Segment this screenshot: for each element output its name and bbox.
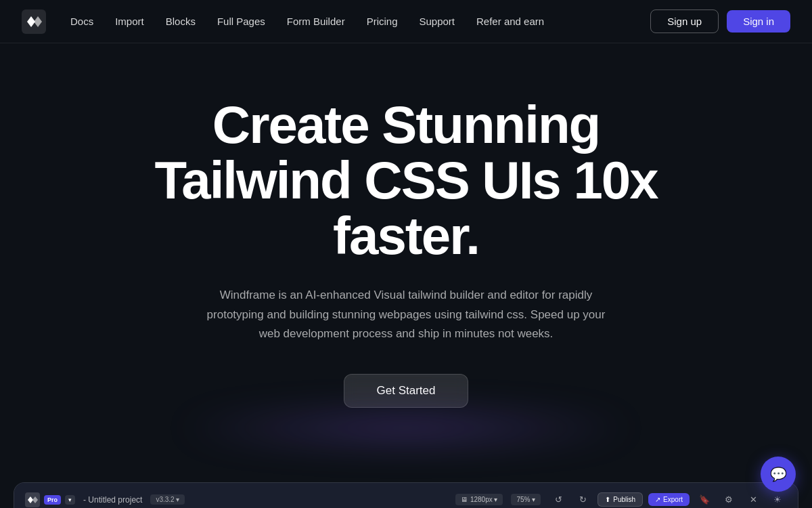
chat-button[interactable]: 💬 [761,457,796,492]
export-button[interactable]: ↗ Export [648,493,690,506]
viewport-selector[interactable]: 🖥 1280px ▾ [455,494,503,505]
app-version[interactable]: v3.3.2 ▾ [150,494,185,505]
nav-item-docs[interactable]: Docs [70,16,93,28]
navbar-left: Docs Import Blocks Full Pages Form Build… [22,9,544,34]
pro-badge: Pro [44,495,61,505]
app-logo-area: Pro ▾ [25,492,75,507]
navbar-right: Sign up Sign in [650,9,790,33]
hero-section: Create Stunning Tailwind CSS UIs 10x fas… [0,43,812,448]
bookmark-icon[interactable]: 🔖 [695,490,714,508]
logo-icon [22,9,46,34]
nav-item-blocks[interactable]: Blocks [166,16,196,28]
app-preview: Pro ▾ - Untitled project v3.3.2 ▾ 🖥 1280… [14,482,798,508]
app-topbar: Pro ▾ - Untitled project v3.3.2 ▾ 🖥 1280… [14,483,798,508]
settings-icon[interactable]: ⚙ [719,490,738,508]
get-started-button[interactable]: Get Started [344,374,469,408]
app-logo-mini-icon [25,492,40,507]
nav-item-form-builder[interactable]: Form Builder [287,16,345,28]
nav-item-full-pages[interactable]: Full Pages [217,16,265,28]
navbar: Docs Import Blocks Full Pages Form Build… [0,0,812,43]
undo-button[interactable]: ↺ [549,490,568,508]
publish-button[interactable]: ⬆ Publish [597,492,643,507]
nav-item-refer[interactable]: Refer and earn [476,16,544,28]
signup-button[interactable]: Sign up [650,9,719,33]
sun-icon[interactable]: ☀ [768,490,787,508]
nav-item-support[interactable]: Support [419,16,455,28]
hero-subtitle: Windframe is an AI-enhanced Visual tailw… [196,286,616,345]
logo[interactable] [22,9,46,34]
project-name: - Untitled project [83,495,142,505]
zoom-selector[interactable]: 75% ▾ [511,494,541,505]
nav-links: Docs Import Blocks Full Pages Form Build… [70,16,544,28]
topbar-actions: ↺ ↻ ⬆ Publish ↗ Export 🔖 ⚙ ✕ ☀ [549,490,787,508]
chat-icon: 💬 [770,466,787,482]
app-mockup: Pro ▾ - Untitled project v3.3.2 ▾ 🖥 1280… [14,483,798,508]
close-icon[interactable]: ✕ [744,490,763,508]
hero-title: Create Stunning Tailwind CSS UIs 10x fas… [115,98,697,264]
redo-button[interactable]: ↻ [573,490,592,508]
nav-item-pricing[interactable]: Pricing [367,16,398,28]
nav-item-import[interactable]: Import [115,16,144,28]
dropdown-badge[interactable]: ▾ [65,495,75,505]
signin-button[interactable]: Sign in [727,10,790,33]
